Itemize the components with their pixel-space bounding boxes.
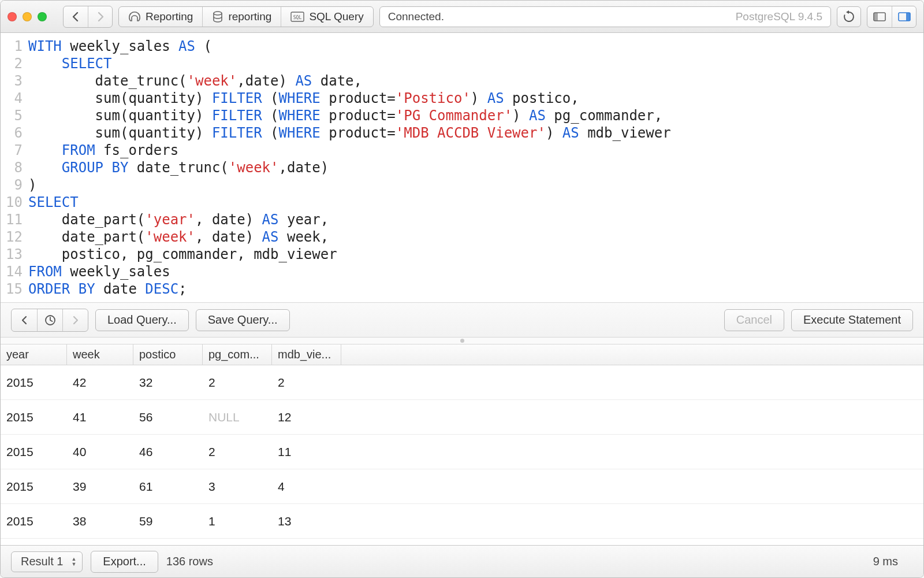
svg-text:SQL: SQL bbox=[293, 14, 302, 20]
table-cell: 40 bbox=[67, 445, 133, 459]
svg-point-0 bbox=[214, 12, 222, 15]
table-row[interactable]: 2015423222 bbox=[1, 365, 923, 400]
close-window-button[interactable] bbox=[8, 12, 17, 21]
back-button[interactable] bbox=[64, 6, 88, 27]
table-cell: 2015 bbox=[1, 514, 67, 528]
table-header: yearweekposticopg_com...mdb_vie... bbox=[1, 344, 923, 365]
result-select[interactable]: Result 1 ▲▼ bbox=[11, 551, 83, 572]
table-cell: 2 bbox=[203, 445, 272, 459]
history-forward-button[interactable] bbox=[62, 309, 88, 331]
right-panel-icon bbox=[898, 12, 911, 21]
table-row[interactable]: 20153859113 bbox=[1, 504, 923, 539]
left-panel-icon bbox=[873, 12, 886, 21]
app-window: ReportingreportingSQLSQL Query Connected… bbox=[0, 0, 924, 578]
clock-icon bbox=[44, 314, 56, 326]
table-cell: 11 bbox=[272, 445, 341, 459]
load-query-button[interactable]: Load Query... bbox=[95, 309, 189, 331]
table-cell: 61 bbox=[133, 480, 203, 494]
bottom-bar: Result 1 ▲▼ Export... 136 rows 9 ms bbox=[1, 545, 923, 577]
breadcrumb-label: SQL Query bbox=[309, 10, 363, 23]
sql-code[interactable]: WITH weekly_sales AS ( SELECT date_trunc… bbox=[26, 33, 923, 302]
table-body: 201542322220154156NULL122015404621120153… bbox=[1, 365, 923, 545]
table-cell: 32 bbox=[133, 376, 203, 390]
zoom-window-button[interactable] bbox=[38, 12, 47, 21]
column-header-year[interactable]: year bbox=[1, 344, 67, 365]
chevron-left-icon bbox=[72, 12, 80, 22]
results-pane: yearweekposticopg_com...mdb_vie... 20154… bbox=[1, 344, 923, 545]
refresh-icon bbox=[843, 10, 855, 23]
split-handle[interactable] bbox=[1, 338, 923, 344]
window-controls bbox=[8, 12, 47, 21]
table-cell: 42 bbox=[67, 376, 133, 390]
status-bar: Connected. PostgreSQL 9.4.5 bbox=[379, 6, 831, 27]
breadcrumb-item-0[interactable]: Reporting bbox=[119, 7, 202, 27]
table-row[interactable]: 20154046211 bbox=[1, 435, 923, 469]
svg-rect-4 bbox=[874, 13, 878, 21]
forward-button[interactable] bbox=[88, 6, 112, 27]
table-cell: 13 bbox=[272, 514, 341, 528]
table-row[interactable]: 2015396134 bbox=[1, 469, 923, 504]
table-cell: 4 bbox=[272, 480, 341, 494]
table-cell: 59 bbox=[133, 514, 203, 528]
breadcrumb-item-2[interactable]: SQLSQL Query bbox=[281, 7, 372, 27]
panel-toggle bbox=[867, 6, 916, 28]
sql-editor[interactable]: 123456789101112131415 WITH weekly_sales … bbox=[1, 33, 923, 303]
table-cell: 2 bbox=[203, 376, 272, 390]
table-cell: 2015 bbox=[1, 410, 67, 424]
line-gutter: 123456789101112131415 bbox=[1, 33, 26, 302]
table-row[interactable]: 20154156NULL12 bbox=[1, 400, 923, 435]
column-header-pg_com[interactable]: pg_com... bbox=[203, 344, 272, 365]
query-time: 9 ms bbox=[873, 555, 898, 568]
chevron-left-icon bbox=[21, 316, 28, 325]
stepper-icon: ▲▼ bbox=[71, 557, 76, 566]
chevron-right-icon bbox=[72, 316, 79, 325]
db-version: PostgreSQL 9.4.5 bbox=[736, 10, 822, 23]
history-button[interactable] bbox=[37, 309, 62, 331]
svg-rect-6 bbox=[906, 13, 910, 21]
sql-icon: SQL bbox=[290, 12, 304, 22]
table-cell: 56 bbox=[133, 410, 203, 424]
refresh-button[interactable] bbox=[837, 6, 861, 27]
execute-button[interactable]: Execute Statement bbox=[791, 309, 913, 331]
right-panel-toggle[interactable] bbox=[892, 6, 916, 27]
table-cell: 38 bbox=[67, 514, 133, 528]
export-button[interactable]: Export... bbox=[91, 551, 158, 573]
column-header-week[interactable]: week bbox=[67, 344, 133, 365]
elephant-icon bbox=[128, 11, 141, 23]
connection-status: Connected. bbox=[388, 10, 444, 23]
table-cell: 46 bbox=[133, 445, 203, 459]
row-count: 136 rows bbox=[166, 555, 213, 568]
chevron-right-icon bbox=[96, 12, 105, 22]
result-select-label: Result 1 bbox=[21, 555, 63, 568]
grip-icon bbox=[460, 339, 464, 343]
table-cell: 39 bbox=[67, 480, 133, 494]
history-back-button[interactable] bbox=[12, 309, 37, 331]
column-header-postico[interactable]: postico bbox=[133, 344, 203, 365]
query-toolbar: Load Query... Save Query... Cancel Execu… bbox=[1, 303, 923, 338]
table-cell: NULL bbox=[203, 410, 272, 424]
column-header-mdb_vie[interactable]: mdb_vie... bbox=[272, 344, 341, 365]
table-cell: 1 bbox=[203, 514, 272, 528]
table-cell: 12 bbox=[272, 410, 341, 424]
nav-back-forward bbox=[63, 6, 113, 28]
table-cell: 2015 bbox=[1, 480, 67, 494]
breadcrumb-label: Reporting bbox=[146, 10, 193, 23]
breadcrumb: ReportingreportingSQLSQL Query bbox=[118, 6, 374, 27]
history-nav bbox=[11, 309, 88, 332]
left-panel-toggle[interactable] bbox=[867, 6, 892, 27]
table-cell: 41 bbox=[67, 410, 133, 424]
minimize-window-button[interactable] bbox=[23, 12, 32, 21]
breadcrumb-item-1[interactable]: reporting bbox=[202, 7, 281, 27]
table-cell: 3 bbox=[203, 480, 272, 494]
table-cell: 2015 bbox=[1, 376, 67, 390]
cancel-button[interactable]: Cancel bbox=[724, 309, 784, 331]
table-cell: 2015 bbox=[1, 445, 67, 459]
database-icon bbox=[212, 11, 223, 23]
table-cell: 2 bbox=[272, 376, 341, 390]
breadcrumb-label: reporting bbox=[228, 10, 271, 23]
save-query-button[interactable]: Save Query... bbox=[196, 309, 290, 331]
titlebar: ReportingreportingSQLSQL Query Connected… bbox=[1, 1, 923, 33]
